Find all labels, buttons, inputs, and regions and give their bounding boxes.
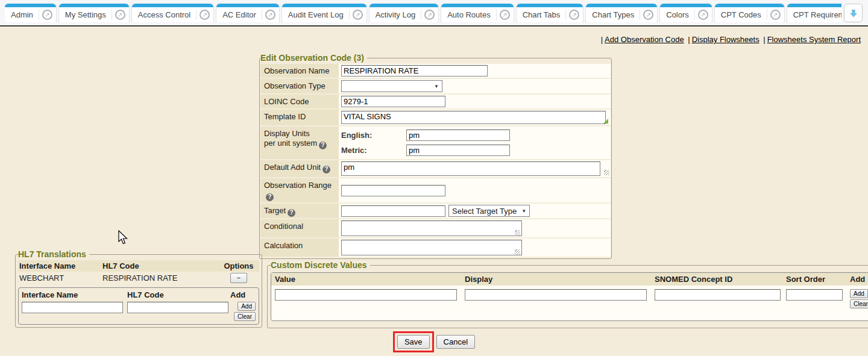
popout-icon[interactable]: ↗ xyxy=(500,10,510,20)
target-type-select[interactable]: Select Target Type ▼ xyxy=(448,205,530,217)
observation-range-input[interactable] xyxy=(341,185,445,196)
cancel-button[interactable]: Cancel xyxy=(436,335,475,349)
popout-icon[interactable]: ↗ xyxy=(424,10,435,20)
resize-handle-icon[interactable] xyxy=(603,119,608,123)
english-units-input[interactable] xyxy=(406,130,510,141)
display-flowsheets-link[interactable]: Display Flowsheets xyxy=(692,35,760,44)
tab-ac-editor[interactable]: AC Editor↗ xyxy=(216,4,279,22)
popout-icon[interactable]: ↗ xyxy=(115,10,125,20)
metric-units-label: Metric: xyxy=(341,146,406,155)
hl7-interface-name-input[interactable] xyxy=(22,302,123,313)
tab-label: CPT Requirements xyxy=(793,10,841,19)
hl7-add-button[interactable]: Add xyxy=(237,302,256,311)
tab-audit-event-log[interactable]: Audit Event Log↗ xyxy=(282,4,366,22)
display-units-label: Display Units per unit system? xyxy=(260,126,339,159)
form-actions: Save Cancel xyxy=(0,331,868,352)
conditional-label: Conditional xyxy=(260,219,339,237)
display-units-label-line2: per unit system xyxy=(264,139,317,148)
hl7-clear-button[interactable]: Clear xyxy=(234,312,256,321)
default-add-unit-label: Default Add Unit? xyxy=(260,160,339,177)
hl7-add-header-interface: Interface Name xyxy=(22,290,127,299)
tab-colors[interactable]: Colors↗ xyxy=(660,4,712,22)
target-type-selected: Select Target Type xyxy=(452,207,517,216)
link-separator: | xyxy=(686,35,691,44)
loinc-code-input[interactable] xyxy=(341,96,445,107)
hl7-add-box: Interface Name HL7 Code Add Add Clear xyxy=(18,287,259,325)
tab-my-settings[interactable]: My Settings↗ xyxy=(59,4,129,22)
default-add-unit-textarea[interactable]: pm xyxy=(341,161,600,176)
resize-handle-icon[interactable] xyxy=(515,230,520,236)
observation-name-input[interactable] xyxy=(341,65,488,77)
help-icon[interactable]: ? xyxy=(319,142,327,149)
popout-icon[interactable]: ↗ xyxy=(770,10,781,20)
hl7-table-row: WEBCHART RESPIRATION RATE − xyxy=(18,272,259,284)
tab-label: Audit Event Log xyxy=(288,10,349,19)
form-row-target: Target? Select Target Type ▼ xyxy=(260,204,611,218)
popout-icon[interactable]: ↗ xyxy=(643,10,653,20)
add-observation-code-link[interactable]: Add Observation Code xyxy=(605,35,684,44)
popout-icon[interactable]: ↗ xyxy=(698,10,708,20)
form-row-calculation: Calculation xyxy=(260,239,611,257)
conditional-textarea[interactable] xyxy=(341,220,522,236)
link-separator: | xyxy=(761,35,767,44)
cdv-add-button[interactable]: Add xyxy=(850,289,868,298)
hl7-code-input[interactable] xyxy=(127,302,228,313)
tab-label: Admin xyxy=(11,10,39,19)
tab-activity-log[interactable]: Activity Log↗ xyxy=(370,4,438,22)
cdv-value-input[interactable] xyxy=(275,289,457,301)
default-add-unit-label-text: Default Add Unit xyxy=(264,163,321,172)
remove-translation-button[interactable]: − xyxy=(230,273,247,283)
help-icon[interactable]: ? xyxy=(322,166,330,173)
template-id-textarea[interactable]: VITAL SIGNS xyxy=(341,111,606,124)
cdv-header-value: Value xyxy=(275,275,465,284)
form-row-conditional: Conditional xyxy=(260,219,611,237)
target-label-text: Target xyxy=(264,206,286,215)
popout-icon[interactable]: ↗ xyxy=(265,10,275,20)
popout-icon[interactable]: ↗ xyxy=(353,10,363,20)
resize-handle-icon[interactable] xyxy=(515,249,520,255)
tab-divider xyxy=(496,10,497,20)
loinc-code-label: LOINC Code xyxy=(260,95,339,108)
hl7-header-interface: Interface Name xyxy=(19,261,102,270)
cdv-header-add: Add xyxy=(850,275,868,284)
metric-units-input[interactable] xyxy=(406,145,510,156)
tab-admin[interactable]: Admin↗ xyxy=(5,4,56,22)
tab-divider xyxy=(349,10,350,20)
save-button[interactable]: Save xyxy=(397,335,430,349)
cdv-header-sort: Sort Order xyxy=(786,275,850,284)
cdv-clear-button[interactable]: Clear xyxy=(850,299,868,308)
popout-icon[interactable]: ↗ xyxy=(42,10,52,20)
tab-chart-types[interactable]: Chart Types↗ xyxy=(586,4,657,22)
tab-cpt-codes[interactable]: CPT Codes↗ xyxy=(715,4,784,22)
hl7-add-header-code: HL7 Code xyxy=(127,290,230,299)
form-row-loinc-code: LOINC Code xyxy=(260,95,611,108)
resize-handle-icon[interactable] xyxy=(604,170,609,175)
dropdown-arrow-icon: ▼ xyxy=(434,84,439,89)
observation-range-label: Observation Range? xyxy=(260,178,339,202)
popout-icon[interactable]: ↗ xyxy=(200,10,210,20)
target-input[interactable] xyxy=(341,205,445,217)
help-icon[interactable]: ? xyxy=(288,209,295,217)
top-action-links: |Add Observation Code |Display Flowsheet… xyxy=(599,35,861,44)
tab-cpt-requirements[interactable]: CPT Requirements↗ xyxy=(787,4,841,22)
cdv-snomed-input[interactable] xyxy=(655,289,781,301)
tab-label: Colors xyxy=(666,10,694,19)
tab-divider xyxy=(565,10,566,20)
tab-overflow-button[interactable] xyxy=(844,4,863,22)
help-icon[interactable]: ? xyxy=(266,193,274,201)
cdv-display-input[interactable] xyxy=(465,289,647,301)
cdv-header-snomed: SNOMED Concept ID xyxy=(655,275,786,284)
edit-observation-code-form: Edit Observation Code (3) Observation Na… xyxy=(259,53,612,259)
flowsheets-system-report-link[interactable]: Flowsheets System Report xyxy=(767,35,861,44)
tab-access-control[interactable]: Access Control↗ xyxy=(132,4,213,22)
observation-type-select[interactable]: ▼ xyxy=(341,80,442,92)
calculation-textarea[interactable] xyxy=(341,240,522,255)
hl7-header-code: HL7 Code xyxy=(102,261,219,270)
popout-icon[interactable]: ↗ xyxy=(569,10,579,20)
tab-auto-routes[interactable]: Auto Routes↗ xyxy=(441,4,514,22)
dropdown-arrow-icon: ▼ xyxy=(521,208,526,214)
cdv-header-display: Display xyxy=(465,275,655,284)
cdv-sort-order-input[interactable] xyxy=(786,289,843,301)
tab-chart-tabs[interactable]: Chart Tabs↗ xyxy=(517,4,583,22)
custom-discrete-values-panel: Custom Discrete Values Value Display SNO… xyxy=(267,260,868,328)
